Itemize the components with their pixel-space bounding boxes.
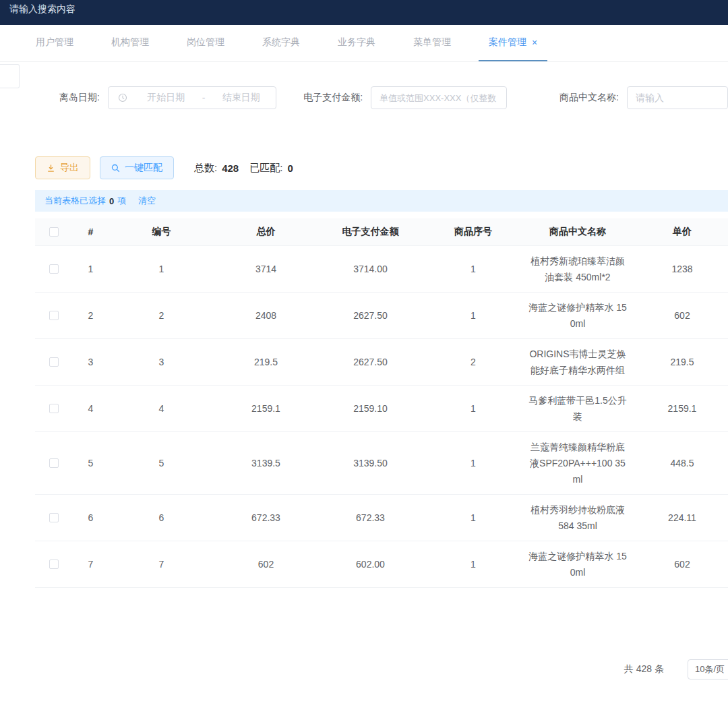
tab-label: 业务字典 [338, 36, 375, 49]
table-row: 5 5 3139.5 3139.50 1 兰蔻菁纯臻颜精华粉底液SPF20PA+… [35, 431, 728, 494]
row-checkbox[interactable] [49, 404, 59, 413]
cell-product-name: 植村秀新琥珀臻萃洁颜油套装 450ml*2 [524, 253, 632, 285]
cell-product-name: 海蓝之谜修护精萃水 150ml [524, 548, 632, 580]
collapsed-panel[interactable] [0, 64, 20, 88]
tab-item[interactable]: 用户管理 [26, 25, 84, 61]
tab-label: 系统字典 [262, 36, 300, 49]
table-row: 3 3 219.5 2627.50 2 ORIGINS韦博士灵芝焕能好底子精华水… [35, 338, 728, 385]
cell-product-name: 卡诗菁纯亮泽经典香氛 [524, 603, 632, 607]
cell-product-name: 兰蔻菁纯臻颜精华粉底液SPF20PA+++100 35ml [524, 439, 632, 487]
cell-total-price: 3139.5 [214, 458, 318, 468]
column-header: 编号 [109, 226, 214, 238]
matched-label: 已匹配: [249, 162, 282, 175]
tab-label: 菜单管理 [413, 36, 451, 49]
cell-product-seq: 1 [423, 458, 524, 468]
cell-epay-amount: 602.00 [318, 559, 423, 570]
cell-code: 8 [109, 605, 214, 607]
cell-index: 4 [72, 403, 109, 414]
cell-code: 2 [109, 310, 214, 321]
count-summary: 总数: 428 已匹配: 0 [194, 162, 304, 175]
cell-total-price: 2408 [214, 310, 318, 321]
tab-item[interactable]: 系统字典 [252, 25, 310, 61]
pagination-total: 共 428 条 [624, 663, 664, 675]
cell-total-price: 3714 [214, 264, 318, 274]
selection-suffix: 项 [117, 195, 126, 207]
date-range-input[interactable]: 开始日期 - 结束日期 [108, 86, 276, 109]
payment-filter-label: 电子支付金额: [303, 92, 363, 104]
cell-unit-price: 602 [632, 559, 728, 570]
tab-label: 机构管理 [111, 36, 149, 49]
cell-code: 3 [109, 357, 214, 367]
filter-bar: 离岛日期: 开始日期 - 结束日期 电子支付金额: 商品中文名称: [0, 86, 728, 109]
row-checkbox-cell [35, 264, 72, 274]
clear-selection-link[interactable]: 清空 [138, 195, 156, 207]
global-search-input[interactable]: 请输入搜索内容 [0, 0, 85, 19]
cell-code: 4 [109, 403, 214, 414]
row-checkbox-cell [35, 458, 72, 468]
matched-value: 0 [287, 162, 293, 174]
page-size-select[interactable]: 10条/页 [688, 659, 728, 679]
cell-total-price: 1283.48 [214, 605, 318, 607]
cell-product-name: 植村秀羽纱持妆粉底液 584 35ml [524, 502, 632, 534]
page-size-value: 10条/页 [695, 663, 725, 675]
one-key-match-button[interactable]: 一键匹配 [100, 156, 174, 179]
row-checkbox[interactable] [49, 458, 59, 468]
selection-count: 0 [109, 196, 114, 206]
cell-product-seq: 1 [423, 403, 524, 414]
cell-product-seq: 1 [423, 310, 524, 321]
cell-unit-price: 458.11 [632, 605, 728, 607]
tab-item[interactable]: 机构管理 [101, 25, 159, 61]
cell-code: 7 [109, 559, 214, 570]
cell-product-seq: 1 [423, 264, 524, 274]
total-label: 总数: [194, 162, 217, 175]
cell-unit-price: 602 [632, 310, 728, 321]
tab-item[interactable]: 菜单管理 [403, 25, 461, 61]
cell-total-price: 2159.1 [214, 403, 318, 414]
cell-index: 2 [72, 310, 109, 321]
cell-epay-amount: 672.33 [318, 512, 423, 523]
product-name-input[interactable] [627, 86, 728, 109]
row-checkbox-cell [35, 311, 72, 320]
selection-info-bar: 当前表格已选择 0 项 清空 [35, 190, 728, 212]
download-icon [47, 164, 55, 173]
tab-item[interactable]: 案件管理 × [479, 25, 547, 61]
tab-close-icon[interactable]: × [532, 37, 537, 48]
payment-amount-input[interactable] [371, 86, 507, 109]
row-checkbox[interactable] [49, 559, 59, 569]
cell-epay-amount: 2159.10 [318, 403, 423, 414]
tab-item[interactable]: 业务字典 [328, 25, 386, 61]
row-checkbox[interactable] [49, 606, 59, 607]
start-date-placeholder[interactable]: 开始日期 [131, 92, 201, 104]
row-checkbox[interactable] [49, 311, 59, 320]
column-header: # [72, 226, 109, 237]
cell-epay-amount: 3139.50 [318, 458, 423, 468]
cell-product-name: ORIGINS韦博士灵芝焕能好底子精华水两件组 [524, 346, 632, 378]
date-separator: - [201, 92, 207, 103]
cell-code: 1 [109, 264, 214, 274]
row-checkbox-cell [35, 513, 72, 522]
table-toolbar: 导出 一键匹配 总数: 428 已匹配: 0 [0, 156, 728, 179]
cell-total-price: 219.5 [214, 357, 318, 367]
select-all-checkbox[interactable] [49, 227, 59, 237]
column-header: 总价 [214, 226, 318, 238]
cell-product-name: 马爹利蓝带干邑1.5公升装 [524, 392, 632, 425]
table-row: 4 4 2159.1 2159.10 1 马爹利蓝带干邑1.5公升装 2159.… [35, 385, 728, 431]
cell-epay-amount: 1283.48 [318, 605, 423, 607]
tab-label: 案件管理 [489, 36, 526, 49]
table-row: 7 7 602 602.00 1 海蓝之谜修护精萃水 150ml 602 [35, 541, 728, 587]
table-row: 1 1 3714 3714.00 1 植村秀新琥珀臻萃洁颜油套装 450ml*2… [35, 245, 728, 292]
cell-code: 5 [109, 458, 214, 468]
cell-total-price: 672.33 [214, 512, 318, 523]
end-date-placeholder[interactable]: 结束日期 [206, 92, 276, 104]
match-button-label: 一键匹配 [125, 162, 162, 174]
tab-item[interactable]: 岗位管理 [177, 25, 235, 61]
select-all-cell [35, 227, 72, 237]
export-button[interactable]: 导出 [35, 156, 90, 179]
cell-unit-price: 1238 [632, 264, 728, 274]
row-checkbox[interactable] [49, 357, 59, 367]
cell-index: 5 [72, 458, 109, 468]
row-checkbox[interactable] [49, 264, 59, 274]
row-checkbox[interactable] [49, 513, 59, 522]
cell-index: 1 [72, 264, 109, 274]
cases-table: #编号总价电子支付金额商品序号商品中文名称单价 1 1 3714 3714.00… [35, 218, 728, 606]
